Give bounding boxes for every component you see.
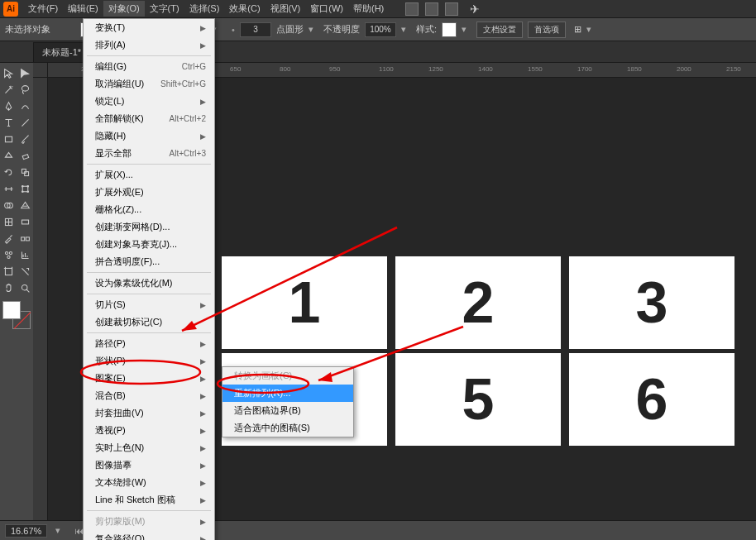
menu-item-label: 创建对象马赛克(J)... [95,238,177,251]
dropdown-icon[interactable]: ▾ [401,24,411,35]
menu-item[interactable]: 隐藏(H)▶ [84,127,214,145]
menu-item[interactable]: 重新排列(R)... [222,385,353,402]
menu-选择(S)[interactable]: 选择(S) [184,1,225,17]
artboard-2[interactable]: 2 [395,256,561,349]
artboard-1[interactable]: 1 [222,256,387,349]
menu-item[interactable]: 透视(P)▶ [84,422,214,439]
style-swatch[interactable] [442,22,457,37]
free-transform-tool[interactable] [17,181,33,197]
menu-编辑(E)[interactable]: 编辑(E) [63,1,103,17]
direct-select-tool[interactable] [17,65,33,81]
menu-item[interactable]: 创建裁切标记(C) [84,313,214,331]
menu-文字(T)[interactable]: 文字(T) [145,1,184,17]
ruler-origin[interactable] [33,63,48,78]
mesh-tool[interactable] [1,214,17,230]
line-tool[interactable] [17,115,33,131]
menu-item[interactable]: 适合选中的图稿(S) [222,419,353,437]
pen-tool[interactable] [1,98,17,114]
selection-tool[interactable] [1,65,17,81]
scale-tool[interactable] [17,165,33,180]
menubar-icon[interactable] [405,2,419,16]
ruler-mark: 1400 [478,65,493,73]
point-value-input[interactable] [240,22,271,37]
menu-item[interactable]: 创建渐变网格(D)... [84,218,214,236]
prefs-button[interactable]: 首选项 [528,22,566,38]
eyedropper-tool[interactable] [1,231,17,246]
wand-tool[interactable] [1,82,17,98]
menu-item[interactable]: 路径(P)▶ [84,335,214,352]
blend-tool[interactable] [17,231,33,246]
align-icon[interactable]: ⊞ [574,24,581,35]
brush-tool[interactable] [17,131,33,147]
menu-item-label: 封套扭曲(V) [95,407,144,419]
menu-效果(C)[interactable]: 效果(C) [224,1,265,17]
menu-item[interactable]: 全部解锁(K)Alt+Ctrl+2 [84,110,214,127]
artboard-tool[interactable] [1,264,17,280]
artboard-3[interactable]: 3 [569,256,734,349]
menu-item[interactable]: 变换(T)▶ [84,19,214,36]
menu-item[interactable]: 编组(G)Ctrl+G [84,58,214,75]
send-icon[interactable]: ✈ [470,2,480,16]
svg-point-18 [7,256,9,258]
menu-item-label: 图像描摹 [95,459,132,471]
hand-tool[interactable] [1,280,17,296]
menu-item[interactable]: 适合图稿边界(B) [222,402,353,419]
artboard-6[interactable]: 6 [569,353,734,446]
opacity-input[interactable] [365,22,396,37]
shape-builder-tool[interactable] [1,198,17,213]
menu-item[interactable]: 扩展(X)... [84,166,214,184]
menu-item[interactable]: 设为像素级优化(M) [84,275,214,292]
dropdown-icon[interactable]: ▾ [462,24,471,35]
lasso-tool[interactable] [17,82,33,98]
curvature-tool[interactable] [17,98,33,114]
menu-item[interactable]: 切片(S)▶ [84,296,214,313]
rectangle-tool[interactable] [1,131,17,147]
menu-视图(V)[interactable]: 视图(V) [266,1,306,17]
menu-item[interactable]: 锁定(L)▶ [84,93,214,110]
gradient-tool[interactable] [17,214,33,230]
graph-tool[interactable] [17,247,33,263]
doc-setup-button[interactable]: 文档设置 [476,22,523,38]
menu-item[interactable]: Line 和 Sketch 图稿▶ [84,491,214,509]
symbol-tool[interactable] [1,247,17,263]
menu-item[interactable]: 形状(P)▶ [84,352,214,370]
menu-item[interactable]: 取消编组(U)Shift+Ctrl+G [84,75,214,93]
menu-帮助(H)[interactable]: 帮助(H) [348,1,389,17]
menubar-icon[interactable] [445,2,458,16]
dropdown-icon[interactable]: ▾ [55,525,65,536]
menu-窗口(W)[interactable]: 窗口(W) [305,1,348,17]
menu-item[interactable]: 排列(A)▶ [84,36,214,54]
dropdown-icon[interactable]: ▾ [309,24,318,35]
menu-item[interactable]: 复合路径(O)▶ [84,530,214,540]
menu-文件(F)[interactable]: 文件(F) [23,1,63,17]
menu-item[interactable]: 实时上色(N)▶ [84,439,214,456]
menu-item[interactable]: 栅格化(Z)... [84,201,214,218]
eraser-tool[interactable] [17,148,33,164]
menu-item-label: 混合(B) [95,389,126,402]
width-tool[interactable] [1,181,17,197]
shaper-tool[interactable] [1,148,17,164]
menu-item[interactable]: 图案(E)▶ [84,370,214,387]
type-tool[interactable] [1,115,17,131]
rotate-tool[interactable] [1,165,17,180]
menu-item[interactable]: 创建对象马赛克(J)... [84,236,214,253]
menu-对象(O)[interactable]: 对象(O) [103,1,145,17]
fill-stroke-swatch[interactable] [2,301,31,329]
menu-item[interactable]: 扩展外观(E) [84,184,214,201]
menu-item-label: 扩展外观(E) [95,186,144,198]
artboard-5[interactable]: 5 [395,353,561,446]
zoom-level[interactable]: 16.67% [5,524,47,538]
menubar-icon[interactable] [425,2,438,16]
submenu-arrow-icon: ▶ [200,518,206,526]
dropdown-icon[interactable]: ▾ [586,24,596,35]
svg-rect-1 [5,136,12,142]
menu-item[interactable]: 混合(B)▶ [84,387,214,404]
menu-item[interactable]: 封套扭曲(V)▶ [84,404,214,422]
menu-item[interactable]: 图像描摹▶ [84,456,214,474]
menu-item[interactable]: 文本绕排(W)▶ [84,474,214,491]
slice-tool[interactable] [17,264,33,280]
menu-item[interactable]: 拼合透明度(F)... [84,253,214,270]
perspective-tool[interactable] [17,198,33,213]
menu-item[interactable]: 显示全部Alt+Ctrl+3 [84,145,214,162]
zoom-tool[interactable] [17,280,33,296]
